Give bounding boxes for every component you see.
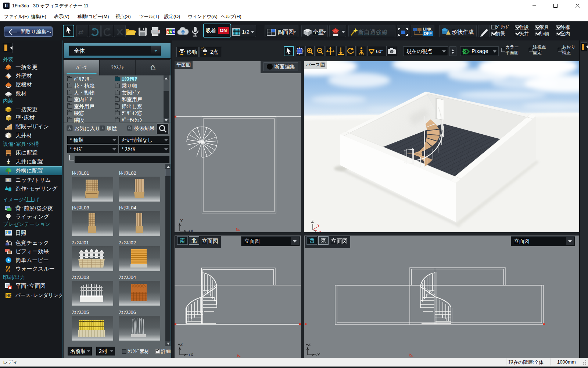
svg-text:X: X: [319, 231, 321, 232]
svg-text:Z: Z: [311, 219, 314, 223]
svg-text:Y: Y: [317, 223, 320, 227]
svg-text:+Y: +Y: [178, 219, 183, 223]
svg-text:+Z: +Z: [178, 342, 183, 347]
svg-text:b: b: [170, 30, 172, 34]
svg-text:⇄: ⇄: [78, 29, 83, 35]
svg-text:LINK: LINK: [423, 27, 432, 31]
svg-text:+Z: +Z: [306, 342, 311, 347]
svg-text:OFF: OFF: [424, 31, 432, 36]
svg-text:+X: +X: [188, 353, 193, 357]
svg-text:d: d: [173, 30, 175, 34]
svg-text:+X: +X: [188, 229, 193, 232]
svg-text:HQ: HQ: [6, 294, 12, 298]
svg-text:-Y: -Y: [316, 353, 320, 357]
svg-text:p: p: [167, 30, 169, 34]
